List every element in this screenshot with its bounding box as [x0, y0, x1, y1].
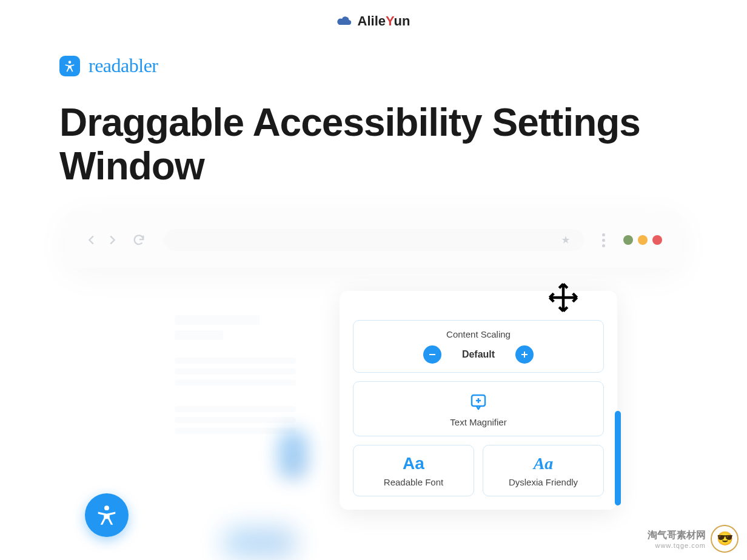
accessibility-fab[interactable] — [85, 493, 129, 537]
browser-toolbar — [85, 229, 662, 251]
scrollbar[interactable] — [615, 411, 621, 505]
svg-rect-3 — [524, 352, 525, 358]
accessibility-settings-window[interactable]: Content Scaling Default Text Magnifier A… — [340, 291, 617, 510]
minimize-button[interactable] — [623, 235, 633, 245]
readable-font-icon: Aa — [363, 454, 464, 473]
watermark: 淘气哥素材网 www.tqge.com 😎 — [648, 525, 739, 553]
svg-point-0 — [69, 61, 72, 64]
browser-mockup — [65, 212, 682, 268]
drag-handle-icon[interactable] — [547, 281, 580, 314]
magnifier-icon — [469, 393, 488, 412]
content-scaling-title: Content Scaling — [363, 329, 594, 339]
menu-icon[interactable] — [602, 233, 605, 247]
product-name: readabler — [89, 55, 158, 77]
content-scaling-card[interactable]: Content Scaling Default — [353, 320, 604, 373]
back-icon[interactable] — [85, 233, 98, 247]
forward-icon[interactable] — [106, 233, 119, 247]
increase-button[interactable] — [515, 345, 534, 364]
dyslexia-font-icon: Aa — [493, 454, 594, 473]
readable-font-card[interactable]: Aa Readable Font — [353, 445, 474, 496]
text-magnifier-card[interactable]: Text Magnifier — [353, 381, 604, 436]
cloud-icon — [337, 15, 353, 27]
reload-icon[interactable] — [132, 233, 146, 247]
close-button[interactable] — [652, 235, 662, 245]
star-icon[interactable] — [561, 235, 571, 245]
scaling-value: Default — [462, 349, 495, 360]
svg-point-5 — [104, 505, 109, 510]
text-magnifier-label: Text Magnifier — [363, 417, 594, 427]
product-badge-row: readabler — [59, 55, 688, 77]
window-controls — [623, 235, 662, 245]
page-title: Draggable Accessibility Settings Window — [59, 101, 688, 188]
accessibility-icon — [59, 56, 80, 76]
maximize-button[interactable] — [638, 235, 648, 245]
address-bar[interactable] — [164, 229, 584, 251]
svg-rect-1 — [429, 354, 435, 355]
decrease-button[interactable] — [423, 345, 441, 364]
readable-font-label: Readable Font — [363, 477, 464, 487]
watermark-icon: 😎 — [711, 525, 739, 553]
dyslexia-friendly-label: Dyslexia Friendly — [493, 477, 594, 487]
dyslexia-friendly-card[interactable]: Aa Dyslexia Friendly — [483, 445, 604, 496]
brand-header: AlileYun — [337, 13, 410, 29]
